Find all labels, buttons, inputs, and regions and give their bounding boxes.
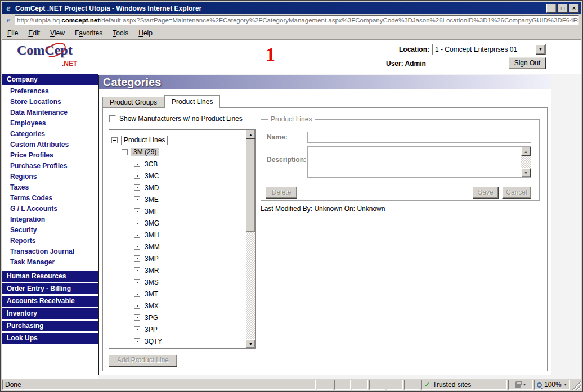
menu-item[interactable]: Tools [107, 28, 133, 39]
name-field[interactable] [307, 132, 531, 143]
url-input[interactable]: http://utopia.hq.comcept.net/default.asp… [15, 15, 579, 25]
save-button[interactable]: Save [473, 187, 499, 199]
tree-leaf-label[interactable]: 3MP [145, 255, 159, 263]
tree-leaf-label[interactable]: 3CB [145, 160, 158, 168]
tree-leaf-label[interactable]: 3MD [145, 184, 159, 192]
menu-item[interactable]: View [45, 28, 70, 39]
leaf-node-icon[interactable] [134, 161, 140, 167]
leaf-node-icon[interactable] [134, 220, 140, 226]
leaf-node-icon[interactable] [134, 303, 140, 309]
scroll-down-icon[interactable]: ▼ [246, 339, 255, 348]
location-dropdown-icon[interactable]: ▼ [536, 44, 545, 55]
leaf-node-icon[interactable] [134, 279, 140, 285]
leaf-node-icon[interactable] [134, 184, 140, 191]
tree-leaf-row[interactable]: 3MG [109, 217, 246, 229]
sidebar-section-company[interactable]: Company [2, 74, 98, 85]
resize-grip[interactable] [571, 380, 581, 390]
collapse-icon[interactable] [111, 137, 118, 143]
scroll-up-icon[interactable]: ▲ [246, 130, 255, 139]
leaf-node-icon[interactable] [134, 196, 140, 202]
sign-out-button[interactable]: Sign Out [509, 57, 546, 69]
sidebar-item[interactable]: Security [2, 225, 98, 236]
menu-item[interactable]: Edit [23, 28, 45, 39]
tree-leaf-row[interactable]: 3MH [109, 229, 246, 241]
leaf-node-icon[interactable] [134, 291, 140, 297]
dropdown-arrow-icon[interactable]: ▼ [523, 383, 526, 386]
tree-group-label[interactable]: 3M (29) [131, 148, 159, 156]
tree-leaf-row[interactable]: 3PP [109, 323, 246, 335]
tree-leaf-label[interactable]: 3ME [145, 196, 159, 204]
tree-leaf-label[interactable]: 3MH [145, 231, 159, 239]
sidebar-section-header[interactable]: Purchasing [2, 321, 98, 331]
leaf-node-icon[interactable] [134, 244, 140, 250]
tree-leaf-label[interactable]: 3MX [145, 302, 159, 310]
tree-leaf-row[interactable]: 3MF [109, 205, 246, 217]
sidebar-item[interactable]: Reports [2, 236, 98, 246]
tree-leaf-label[interactable]: 3MT [145, 290, 158, 298]
scroll-up-icon[interactable]: ▲ [521, 147, 531, 156]
tree-leaf-label[interactable]: 3MS [145, 278, 159, 286]
tree-leaf-row[interactable]: 3MS [109, 276, 246, 288]
tree-leaf-label[interactable]: 3MG [145, 219, 159, 227]
dropdown-arrow-icon[interactable]: ▼ [564, 383, 567, 386]
sidebar-item[interactable]: Preferences [2, 86, 98, 97]
tree-scrollbar[interactable]: ▲ ▼ [246, 130, 255, 348]
tree-leaf-label[interactable]: 3PG [145, 314, 158, 322]
tree-leaf-row[interactable]: 3QTY [109, 335, 246, 347]
tree-leaf-row[interactable]: 3MD [109, 182, 246, 193]
tab-product-lines[interactable]: Product Lines [164, 95, 220, 108]
sidebar-section-header[interactable]: Order Entry - Billing [2, 283, 98, 294]
leaf-node-icon[interactable] [134, 314, 140, 321]
tree-leaf-row[interactable]: 3PG [109, 312, 246, 323]
tree-root-label[interactable]: Product Lines [121, 136, 168, 145]
show-manufacturers-checkbox[interactable] [109, 115, 116, 123]
sidebar-item[interactable]: Integration [2, 214, 98, 225]
sidebar-item[interactable]: Taxes [2, 182, 98, 193]
delete-button[interactable]: Delete [266, 187, 297, 199]
sidebar-item[interactable]: Store Locations [2, 97, 98, 107]
zoom-control[interactable]: 100% ▼ [534, 380, 570, 390]
sidebar-item[interactable]: Purchase Profiles [2, 161, 98, 172]
sidebar-item[interactable]: Custom Attributes [2, 139, 98, 150]
tab-product-groups[interactable]: Product Groups [102, 97, 164, 107]
minimize-button[interactable]: _ [546, 4, 557, 13]
sidebar-section-header[interactable]: Human Resources [2, 271, 98, 282]
tree-leaf-row[interactable]: 3CB [109, 158, 246, 170]
sidebar-item[interactable]: Terms Codes [2, 193, 98, 204]
tree-leaf-label[interactable]: 3QTY [145, 337, 162, 345]
sidebar-section-header[interactable]: Look Ups [2, 333, 98, 344]
sidebar-item[interactable]: Task Manager [2, 257, 98, 268]
location-select[interactable]: 1 - Comcept Enterprises 01 ▼ [432, 44, 546, 55]
tree-leaf-label[interactable]: 3MM [145, 243, 160, 251]
sidebar-item[interactable]: Data Maintenance [2, 107, 98, 118]
leaf-node-icon[interactable] [134, 267, 140, 273]
close-button[interactable]: × [569, 4, 579, 13]
menu-item[interactable]: File [2, 28, 23, 39]
sidebar-item[interactable]: Transaction Journal [2, 246, 98, 257]
sidebar-item[interactable]: G / L Accounts [2, 204, 98, 214]
sidebar-item[interactable]: Employees [2, 118, 98, 129]
menu-item[interactable]: Favorites [70, 28, 107, 39]
description-scrollbar[interactable]: ▲ ▼ [521, 147, 531, 177]
sidebar-item[interactable]: Categories [2, 129, 98, 139]
tree-leaf-row[interactable]: 3ME [109, 193, 246, 205]
tree-leaf-row[interactable]: 3MM [109, 241, 246, 253]
tree-root-row[interactable]: Product Lines [109, 134, 246, 146]
tree-leaf-row[interactable]: 3MR [109, 264, 246, 276]
tree-leaf-row[interactable]: 3MX [109, 300, 246, 312]
tree-leaf-row[interactable]: 3MP [109, 253, 246, 264]
leaf-node-icon[interactable] [134, 208, 140, 214]
leaf-node-icon[interactable] [134, 255, 140, 262]
tree-leaf-row[interactable]: 3MT [109, 288, 246, 300]
tree-group-row-selected[interactable]: 3M (29) [109, 146, 246, 158]
leaf-node-icon[interactable] [134, 173, 140, 179]
collapse-icon[interactable] [122, 149, 128, 155]
menu-item[interactable]: Help [133, 28, 158, 39]
tree-leaf-label[interactable]: 3MF [145, 208, 158, 215]
sidebar-section-header[interactable]: Accounts Receivable [2, 296, 98, 307]
description-field[interactable]: ▲ ▼ [307, 146, 531, 178]
sidebar-section-header[interactable]: Inventory [2, 308, 98, 319]
tree-leaf-label[interactable]: 3MR [145, 267, 159, 274]
tree-leaf-label[interactable]: 3MC [145, 172, 159, 180]
leaf-node-icon[interactable] [134, 232, 140, 238]
